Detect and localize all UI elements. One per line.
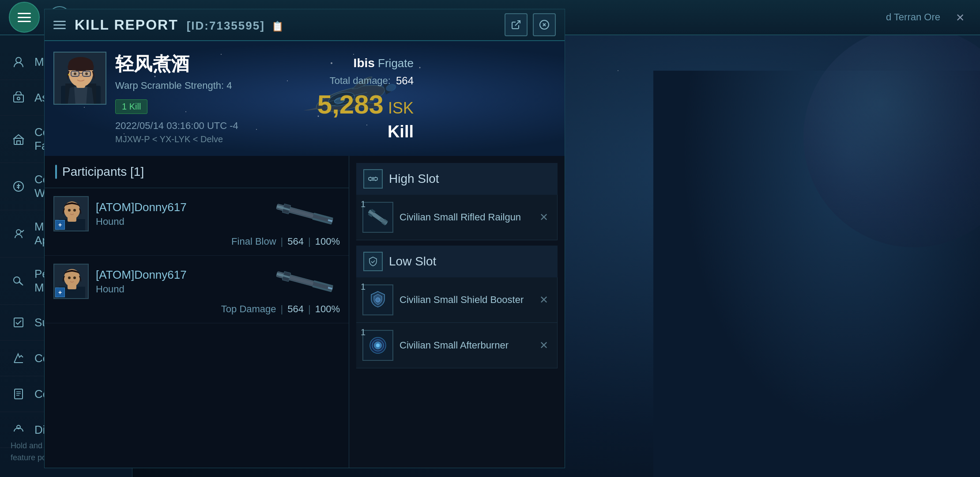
svg-rect-8	[14, 318, 23, 327]
participant-2-info: [ATOM]Donny617 Hound	[96, 268, 262, 295]
low-slot-header: Low Slot	[356, 246, 558, 277]
participant-1-top: + [ATOM]Donny617 Hound	[53, 196, 340, 231]
participant-1-damage: 564	[287, 236, 304, 247]
kill-date: 2022/05/14 03:16:00 UTC -4	[115, 120, 283, 132]
railgun-qty: 1	[361, 199, 366, 209]
participant-1-weapon	[269, 201, 340, 227]
hamburger-icon	[18, 13, 31, 22]
participant-2-stat-label: Top Damage	[221, 303, 276, 315]
low-slot-section: Low Slot 1	[356, 246, 558, 368]
kill-type-label: Kill	[388, 122, 414, 141]
close-icon	[539, 19, 550, 30]
bg-planet	[653, 71, 980, 477]
kill-badge: 1 Kill	[115, 99, 147, 114]
svg-point-2	[17, 97, 20, 100]
svg-point-61	[68, 209, 71, 212]
ship-class-label: Ibis Frigate	[354, 56, 414, 70]
svg-rect-86	[371, 178, 375, 179]
hamburger-button[interactable]	[9, 2, 40, 33]
modal-hero: 轻风煮酒 Warp Scramble Strength: 4 1 Kill 20…	[45, 41, 565, 156]
railgun-icon	[362, 202, 393, 233]
kill-report-modal-overlay: KILL REPORT [ID:7135595] 📋	[44, 9, 565, 468]
participant-1-avatar: +	[53, 196, 89, 231]
afterburner-remove-button[interactable]: ✕	[537, 337, 551, 354]
participant-2-weapon	[269, 268, 340, 295]
participant-1-name[interactable]: [ATOM]Donny617	[96, 201, 262, 214]
participant-1-stat-label: Final Blow	[231, 236, 276, 247]
low-slot-items: 1 Civilian Small Shield Booster	[356, 277, 558, 368]
slot-item-railgun: 1	[356, 195, 558, 240]
svg-rect-4	[17, 141, 20, 144]
participant-2-avatar: +	[53, 264, 89, 299]
afterburner-qty: 1	[361, 327, 366, 337]
svg-point-0	[16, 57, 21, 63]
svg-point-6	[16, 230, 21, 234]
participant-1-percent: 100%	[315, 236, 340, 247]
railgun-item-icon	[366, 205, 390, 230]
header-accent-bar	[55, 165, 57, 179]
high-slot-items: 1	[356, 195, 558, 240]
participants-panel: Participants [1]	[45, 156, 349, 468]
kill-location: MJXW-P < YX-LYK < Delve	[115, 134, 283, 144]
equipment-panel: High Slot 1	[349, 156, 565, 468]
svg-point-47	[85, 72, 88, 75]
hero-stats: Ibis Frigate Total damage: 564 5,283 ISK…	[292, 41, 424, 156]
svg-point-76	[73, 276, 76, 279]
low-slot-icon	[363, 252, 383, 271]
wallet-icon	[11, 178, 26, 194]
participant-row-1: + [ATOM]Donny617 Hound	[45, 188, 349, 256]
gun-slot-icon	[368, 174, 378, 184]
app-close-button[interactable]: ×	[949, 6, 971, 28]
ship-type: Frigate	[378, 57, 414, 70]
top-bar-right: d Terran Ore ×	[886, 6, 971, 28]
hero-left: 轻风煮酒 Warp Scramble Strength: 4 1 Kill 20…	[45, 41, 292, 156]
modal-body: Participants [1]	[45, 156, 565, 468]
shield-booster-name: Civilian Small Shield Booster	[400, 293, 531, 307]
membership-icon	[11, 226, 26, 242]
isk-unit: ISK	[388, 99, 414, 117]
participants-header: Participants [1]	[45, 156, 349, 188]
participant-2-ship: Hound	[96, 284, 262, 295]
high-slot-header: High Slot	[356, 163, 558, 195]
supply-icon	[11, 314, 26, 330]
damage-row: Total damage: 564	[330, 75, 414, 87]
participant-2-name[interactable]: [ATOM]Donny617	[96, 268, 262, 282]
modal-title: KILL REPORT [ID:7135595] 📋	[75, 17, 284, 33]
modal-header: KILL REPORT [ID:7135595] 📋	[45, 9, 565, 41]
warp-scramble: Warp Scramble Strength: 4	[115, 80, 283, 91]
shield-slot-icon	[368, 256, 378, 267]
facility-icon	[11, 131, 26, 147]
export-icon	[511, 19, 521, 30]
modal-close-button[interactable]	[533, 13, 556, 36]
shield-booster-remove-button[interactable]: ✕	[537, 291, 551, 309]
ship-name: Ibis	[354, 56, 375, 70]
export-button[interactable]	[505, 13, 528, 36]
isk-value: 5,283	[317, 91, 384, 118]
svg-point-48	[68, 74, 70, 76]
copy-icon[interactable]: 📋	[271, 21, 284, 32]
key-icon	[11, 273, 26, 289]
modal-menu-button[interactable]	[53, 21, 66, 29]
participant-2-stats: Top Damage | 564 | 100%	[53, 303, 340, 315]
person-icon	[11, 54, 26, 70]
afterburner-name: Civilian Small Afterburner	[400, 339, 531, 352]
combat-icon	[11, 350, 26, 366]
participants-title: Participants [1]	[62, 165, 144, 179]
shield-booster-icon	[362, 284, 393, 315]
railgun-remove-button[interactable]: ✕	[537, 208, 551, 226]
svg-point-46	[74, 72, 76, 75]
participant-2-damage: 564	[287, 303, 304, 315]
pilot-info: 轻风煮酒 Warp Scramble Strength: 4 1 Kill 20…	[115, 52, 283, 144]
kill-report-modal: KILL REPORT [ID:7135595] 📋	[44, 9, 565, 468]
isk-row: 5,283 ISK	[317, 91, 414, 118]
svg-point-62	[73, 209, 76, 212]
participant-1-ship: Hound	[96, 216, 262, 227]
railgun-name: Civilian Small Rifled Railgun	[400, 211, 531, 224]
top-right-text: d Terran Ore	[886, 11, 940, 23]
svg-point-7	[14, 277, 20, 283]
high-slot-icon	[363, 169, 383, 189]
weapon-railgun-1	[270, 194, 339, 233]
pilot-avatar	[53, 52, 106, 105]
weapon-railgun-2	[270, 262, 339, 300]
svg-point-13	[618, 70, 618, 71]
